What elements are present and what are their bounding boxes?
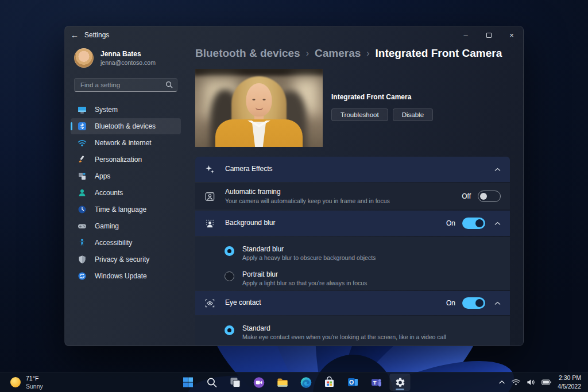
page-title: Integrated Front Camera bbox=[376, 47, 502, 60]
sidebar-item-network-internet[interactable]: Network & internet bbox=[71, 135, 181, 151]
sidebar-item-apps[interactable]: Apps bbox=[71, 168, 181, 184]
chevron-up-icon[interactable] bbox=[494, 168, 501, 172]
eye-contact-standard-option[interactable]: Standard Make eye contact even when you'… bbox=[225, 324, 501, 341]
back-button[interactable]: ← bbox=[65, 26, 84, 44]
user-name: Jenna Bates bbox=[100, 50, 156, 59]
sidebar-item-system[interactable]: System bbox=[71, 102, 181, 118]
sidebar-item-accounts[interactable]: Accounts bbox=[71, 185, 181, 201]
sidebar-nav: System Bluetooth & devices Network & int… bbox=[71, 102, 181, 284]
portrait-blur-option[interactable]: Portrait blur Apply a light blur so that… bbox=[225, 270, 501, 288]
personalization-icon bbox=[78, 155, 87, 164]
time-language-icon bbox=[78, 205, 87, 214]
weather-temp: 71°F bbox=[26, 374, 43, 382]
hidden-icons-chevron-icon[interactable] bbox=[498, 380, 505, 385]
back-arrow-icon: ← bbox=[71, 30, 79, 40]
settings-gear-icon bbox=[394, 377, 405, 388]
accounts-icon bbox=[78, 188, 87, 197]
breadcrumb-bluetooth-devices[interactable]: Bluetooth & devices bbox=[195, 47, 300, 60]
sidebar: Jenna Bates jenna@contoso.com System Blu… bbox=[65, 44, 187, 346]
automatic-framing-title: Automatic framing bbox=[225, 187, 390, 197]
automatic-framing-toggle[interactable] bbox=[478, 191, 501, 202]
weather-widget[interactable]: 71°F Sunny bbox=[6, 372, 48, 392]
camera-effects-header[interactable]: Camera Effects bbox=[195, 157, 510, 182]
outlook-button[interactable]: O bbox=[343, 374, 363, 391]
sidebar-item-gaming[interactable]: Gaming bbox=[71, 218, 181, 234]
apps-icon bbox=[78, 172, 87, 181]
file-explorer-icon bbox=[276, 377, 288, 389]
teams-button[interactable]: T bbox=[366, 374, 387, 391]
sidebar-item-label: Personalization bbox=[95, 156, 142, 164]
breadcrumb-cameras[interactable]: Cameras bbox=[315, 47, 361, 60]
automatic-framing-icon bbox=[204, 191, 215, 202]
camera-app-icon bbox=[253, 377, 265, 389]
settings-app-button[interactable] bbox=[390, 374, 411, 391]
sidebar-item-label: Time & language bbox=[95, 205, 146, 214]
sidebar-item-time-language[interactable]: Time & language bbox=[71, 201, 181, 218]
edge-button[interactable] bbox=[296, 374, 316, 391]
background-blur-state: On bbox=[446, 219, 455, 227]
sidebar-item-privacy-security[interactable]: Privacy & security bbox=[71, 251, 181, 267]
eye-contact-standard-radio[interactable] bbox=[225, 325, 234, 335]
standard-blur-option[interactable]: Standard blur Apply a heavy blur to obsc… bbox=[225, 244, 501, 262]
close-button[interactable]: × bbox=[500, 26, 523, 44]
portrait-blur-radio[interactable] bbox=[225, 271, 234, 281]
taskbar-clock[interactable]: 2:30 PM 4/5/2022 bbox=[558, 374, 581, 390]
automatic-framing-row[interactable]: Automatic framing Your camera will autom… bbox=[195, 183, 510, 209]
chevron-up-icon[interactable] bbox=[494, 222, 501, 226]
camera-app-button[interactable] bbox=[249, 374, 269, 391]
weather-condition: Sunny bbox=[26, 382, 43, 390]
tray-time: 2:30 PM bbox=[558, 374, 581, 382]
windows-start-icon bbox=[183, 377, 194, 388]
search-icon bbox=[165, 81, 173, 88]
sidebar-item-label: Privacy & security bbox=[95, 255, 149, 263]
standard-blur-radio[interactable] bbox=[225, 246, 234, 256]
troubleshoot-button[interactable]: Troubleshoot bbox=[331, 108, 388, 121]
file-explorer-button[interactable] bbox=[272, 374, 293, 391]
eye-contact-options: Standard Make eye contact even when you'… bbox=[195, 316, 510, 346]
eye-contact-title: Eye contact bbox=[225, 298, 261, 308]
taskbar-search-button[interactable] bbox=[202, 374, 222, 391]
wifi-icon[interactable] bbox=[512, 379, 520, 386]
bluetooth-icon bbox=[78, 122, 87, 131]
camera-preview bbox=[195, 69, 323, 147]
title-bar: ← Settings – × bbox=[65, 26, 523, 44]
battery-icon[interactable] bbox=[541, 379, 551, 385]
sidebar-item-label: Accessibility bbox=[95, 239, 132, 247]
sidebar-item-personalization[interactable]: Personalization bbox=[71, 152, 181, 168]
background-blur-header[interactable]: Background blur On bbox=[195, 211, 510, 236]
window-title: Settings bbox=[84, 31, 109, 39]
avatar bbox=[74, 48, 94, 68]
taskbar-icons: O T bbox=[178, 372, 411, 392]
disable-button[interactable]: Disable bbox=[393, 108, 433, 121]
windows-update-icon bbox=[78, 271, 87, 281]
sidebar-item-label: Network & internet bbox=[95, 139, 152, 147]
volume-icon[interactable] bbox=[527, 379, 535, 386]
user-email: jenna@contoso.com bbox=[100, 59, 156, 66]
teams-icon: T bbox=[371, 377, 382, 388]
maximize-button[interactable] bbox=[477, 26, 500, 44]
sidebar-item-bluetooth-devices[interactable]: Bluetooth & devices bbox=[71, 118, 181, 134]
automatic-framing-state: Off bbox=[462, 192, 471, 200]
sidebar-item-accessibility[interactable]: Accessibility bbox=[71, 235, 181, 251]
background-blur-toggle[interactable] bbox=[462, 218, 485, 229]
sidebar-item-windows-update[interactable]: Windows Update bbox=[71, 268, 181, 284]
microsoft-store-icon bbox=[324, 377, 335, 388]
sidebar-item-label: Accounts bbox=[95, 189, 123, 197]
eye-contact-toggle[interactable] bbox=[462, 297, 485, 309]
eye-contact-standard-description: Make eye contact even when you're lookin… bbox=[242, 333, 446, 341]
outlook-icon: O bbox=[347, 377, 359, 388]
system-tray: 2:30 PM 4/5/2022 bbox=[498, 372, 585, 392]
task-view-button[interactable] bbox=[225, 374, 246, 391]
eye-contact-header[interactable]: Eye contact On bbox=[195, 291, 510, 315]
user-profile[interactable]: Jenna Bates jenna@contoso.com bbox=[74, 48, 177, 68]
search-input[interactable] bbox=[74, 78, 177, 92]
taskbar: 71°F Sunny bbox=[0, 372, 588, 392]
portrait-blur-title: Portrait blur bbox=[242, 270, 367, 280]
microsoft-store-button[interactable] bbox=[319, 374, 340, 391]
edge-icon bbox=[300, 377, 312, 389]
chevron-up-icon[interactable] bbox=[494, 301, 501, 305]
minimize-button[interactable]: – bbox=[454, 26, 477, 44]
svg-text:O: O bbox=[349, 379, 354, 386]
start-button[interactable] bbox=[178, 374, 199, 391]
sidebar-item-label: Bluetooth & devices bbox=[95, 122, 156, 130]
